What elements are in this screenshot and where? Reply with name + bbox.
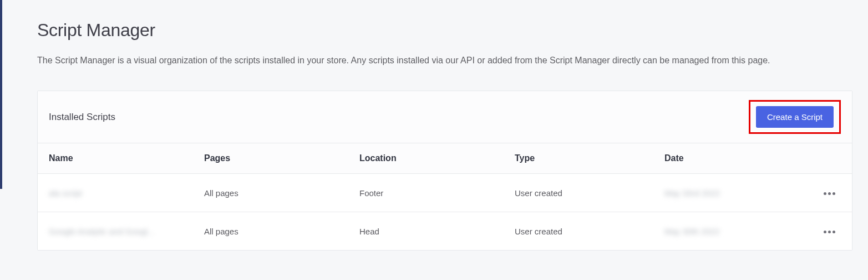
column-header-location[interactable]: Location [359,153,515,163]
cell-pages: All pages [204,227,359,236]
column-header-type[interactable]: Type [515,153,664,163]
column-header-actions [809,153,841,163]
main-container: Script Manager The Script Manager is a v… [0,0,868,251]
panel-header-title: Installed Scripts [49,112,115,123]
table-header-row: Name Pages Location Type Date [38,143,852,174]
page-title: Script Manager [37,20,852,41]
cell-date: May 30th 2022 [664,227,809,236]
left-rail-accent [0,0,2,189]
column-header-pages[interactable]: Pages [204,153,359,163]
cell-pages: All pages [204,188,359,198]
cell-location: Footer [359,188,515,198]
cell-location: Head [359,227,515,236]
create-script-button[interactable]: Create a Script [756,106,834,128]
cell-type: User created [515,188,664,198]
column-header-name[interactable]: Name [49,153,204,163]
panel-header: Installed Scripts Create a Script [38,91,852,143]
cell-name[interactable]: ala script [49,188,204,198]
cell-type: User created [515,227,664,236]
column-header-date[interactable]: Date [664,153,809,163]
installed-scripts-panel: Installed Scripts Create a Script Name P… [37,91,852,251]
table-row: ala script All pages Footer User created… [38,174,852,212]
cell-date: May 33rd 2022 [664,188,809,198]
table-row: Google Analytic and Googl... All pages H… [38,212,852,250]
row-actions-icon[interactable] [820,227,839,237]
row-actions-icon[interactable] [820,189,839,198]
create-script-highlight: Create a Script [749,100,841,134]
cell-name[interactable]: Google Analytic and Googl... [49,227,204,236]
page-description: The Script Manager is a visual organizat… [37,54,852,67]
